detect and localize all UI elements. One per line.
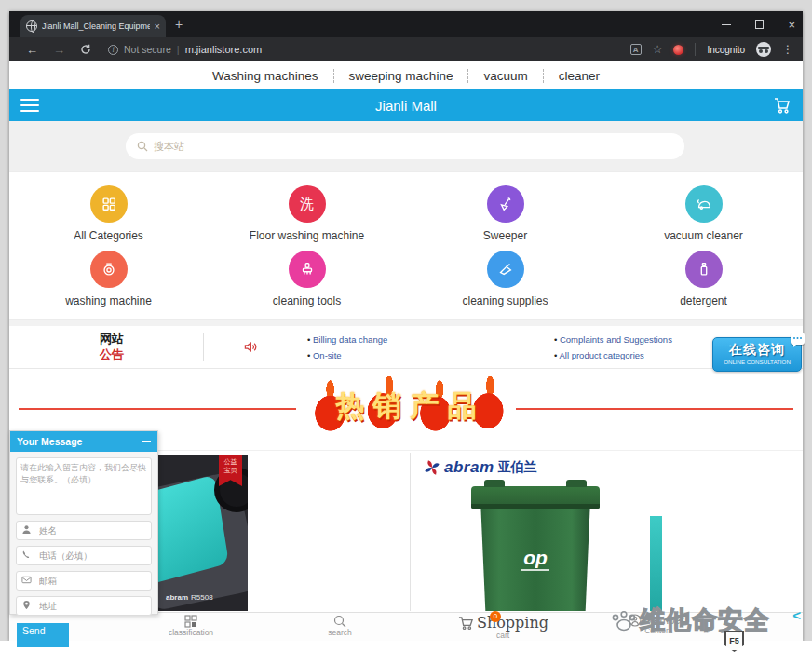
brand-name-cn: 亚伯兰 bbox=[498, 459, 537, 476]
email-field[interactable] bbox=[16, 571, 152, 591]
product-caption: abramR5508 bbox=[166, 593, 213, 602]
site-title: Jianli Mall bbox=[9, 98, 803, 114]
search-box[interactable] bbox=[126, 133, 684, 159]
page-bottom-margin bbox=[0, 641, 812, 652]
bottom-nav-search[interactable]: search bbox=[307, 614, 372, 637]
announcement-bar: 网站 公告 Billing data change On-site Compla… bbox=[9, 326, 803, 369]
close-window-button[interactable]: × bbox=[788, 19, 795, 31]
category-floor-washing-machine[interactable]: 洗 Floor washing machine bbox=[208, 185, 406, 251]
announcement-link-onsite[interactable]: On-site bbox=[307, 347, 387, 363]
toolbar-divider bbox=[695, 43, 696, 56]
cart-icon bbox=[457, 615, 475, 631]
pinwheel-logo-icon bbox=[424, 459, 440, 476]
cart-count-badge: 0 bbox=[490, 611, 501, 622]
product-divider bbox=[410, 453, 411, 611]
side-drawer-handle[interactable]: < bbox=[792, 607, 801, 623]
category-washing-machine[interactable]: washing machine bbox=[9, 251, 208, 316]
address-field[interactable] bbox=[16, 596, 152, 616]
classification-grid-icon bbox=[183, 614, 198, 629]
menu-hamburger-icon[interactable] bbox=[20, 99, 39, 113]
chat-bubble-icon bbox=[791, 333, 805, 345]
category-label: cleaning tools bbox=[273, 294, 341, 307]
watermark: 维他命安全 F5 bbox=[610, 604, 770, 637]
category-label: washing machine bbox=[65, 294, 152, 307]
extension-record-icon[interactable] bbox=[673, 45, 683, 55]
nav-item-vacuum[interactable]: vacuum bbox=[467, 69, 542, 83]
cart-label-top: Shopping bbox=[477, 614, 548, 632]
cart-icon[interactable] bbox=[773, 96, 792, 115]
new-tab-button[interactable]: + bbox=[175, 18, 183, 31]
category-panel: All Categories 洗 Floor washing machine S… bbox=[9, 171, 803, 320]
security-label: Not secure bbox=[124, 44, 171, 55]
brush-icon bbox=[289, 251, 326, 288]
vacuum-icon bbox=[685, 185, 723, 223]
back-icon[interactable]: ← bbox=[26, 43, 38, 57]
category-label: detergent bbox=[680, 294, 727, 307]
category-cleaning-tools[interactable]: cleaning tools bbox=[208, 251, 406, 316]
search-section bbox=[9, 121, 803, 171]
message-form: Your Message Send bbox=[9, 430, 158, 615]
category-sweeper[interactable]: Sweeper bbox=[406, 185, 604, 251]
online-consultation-button[interactable]: 在线咨询 ONLINE CONSULTATION bbox=[712, 337, 802, 372]
search-input[interactable] bbox=[154, 141, 673, 152]
announcement-link-billing[interactable]: Billing data change bbox=[307, 332, 387, 347]
nav-item-sweeping-machine[interactable]: sweeping machine bbox=[333, 69, 468, 83]
chrome-menu-icon[interactable]: ⋮ bbox=[782, 43, 793, 56]
forward-icon[interactable]: → bbox=[53, 43, 65, 57]
mail-icon bbox=[21, 575, 32, 585]
translate-icon[interactable]: A bbox=[630, 44, 642, 55]
nav-item-cleaner[interactable]: cleaner bbox=[543, 69, 615, 83]
address-bar[interactable]: i Not secure | m.jianlistore.com bbox=[108, 44, 630, 55]
bookmark-star-icon[interactable]: ☆ bbox=[653, 43, 663, 56]
dustpan-icon bbox=[487, 251, 524, 288]
bin-body: op bbox=[479, 509, 592, 611]
minimize-button[interactable] bbox=[722, 24, 731, 25]
announcement-link-complaints[interactable]: Complaints and Suggestions bbox=[554, 332, 672, 347]
message-form-title: Your Message bbox=[17, 436, 82, 447]
message-form-header[interactable]: Your Message bbox=[10, 431, 157, 452]
url-text[interactable]: m.jianlistore.com bbox=[185, 44, 263, 55]
category-detergent[interactable]: detergent bbox=[604, 251, 803, 316]
hot-products-banner: 热销产品 bbox=[301, 376, 511, 436]
location-pin-icon bbox=[21, 600, 32, 610]
nav-item-washing-machines[interactable]: Washing machines bbox=[197, 69, 333, 83]
incognito-icon bbox=[756, 42, 771, 57]
bottom-nav-classification[interactable]: classification bbox=[158, 614, 223, 637]
sweeper-icon bbox=[487, 185, 524, 223]
maximize-button[interactable] bbox=[755, 20, 764, 29]
url-separator: | bbox=[177, 44, 180, 55]
message-textarea[interactable] bbox=[16, 457, 152, 515]
minimize-form-icon[interactable] bbox=[142, 441, 151, 442]
browser-toolbar: ← → i Not secure | m.jianlistore.com A ☆… bbox=[9, 37, 803, 61]
category-label: All Categories bbox=[74, 229, 143, 242]
category-all-categories[interactable]: All Categories bbox=[9, 185, 208, 251]
wash-character-icon: 洗 bbox=[289, 185, 326, 223]
reload-icon[interactable] bbox=[80, 44, 91, 55]
bottom-nav-shopping-cart[interactable]: Shopping 0 cart bbox=[447, 614, 559, 640]
bottom-nav-label: search bbox=[307, 629, 372, 637]
product-image-trash-bin[interactable]: op bbox=[471, 479, 600, 611]
category-cleaning-supplies[interactable]: cleaning supplies bbox=[406, 251, 604, 316]
send-button[interactable]: Send bbox=[17, 623, 69, 647]
product-image-scrubber[interactable]: 公益 宝贝 abramR5508 bbox=[158, 455, 248, 611]
user-icon bbox=[21, 524, 32, 535]
category-label: Floor washing machine bbox=[250, 229, 364, 242]
brand-name-en: abram bbox=[444, 458, 494, 477]
search-icon bbox=[137, 141, 148, 152]
info-icon[interactable]: i bbox=[108, 45, 118, 55]
announcement-title: 网站 公告 bbox=[65, 331, 158, 362]
announcement-divider bbox=[203, 333, 204, 361]
name-field[interactable] bbox=[16, 521, 152, 540]
browser-tab[interactable]: Jianli Mall_Cleaning Equipment C × bbox=[20, 15, 166, 37]
announcement-link-all-products[interactable]: All product categories bbox=[554, 347, 672, 363]
next-product-edge bbox=[650, 516, 662, 611]
site-header: Jianli Mall bbox=[9, 89, 803, 121]
grid-icon bbox=[90, 185, 128, 223]
tab-title: Jianli Mall_Cleaning Equipment C bbox=[42, 21, 150, 31]
category-vacuum-cleaner[interactable]: vacuum cleaner bbox=[604, 185, 803, 251]
phone-field[interactable] bbox=[16, 546, 152, 565]
abram-brand-logo: abram 亚伯兰 bbox=[424, 458, 537, 477]
tab-close-icon[interactable]: × bbox=[155, 21, 160, 32]
bottom-nav-label: classification bbox=[158, 629, 223, 637]
category-label: Sweeper bbox=[483, 229, 527, 242]
